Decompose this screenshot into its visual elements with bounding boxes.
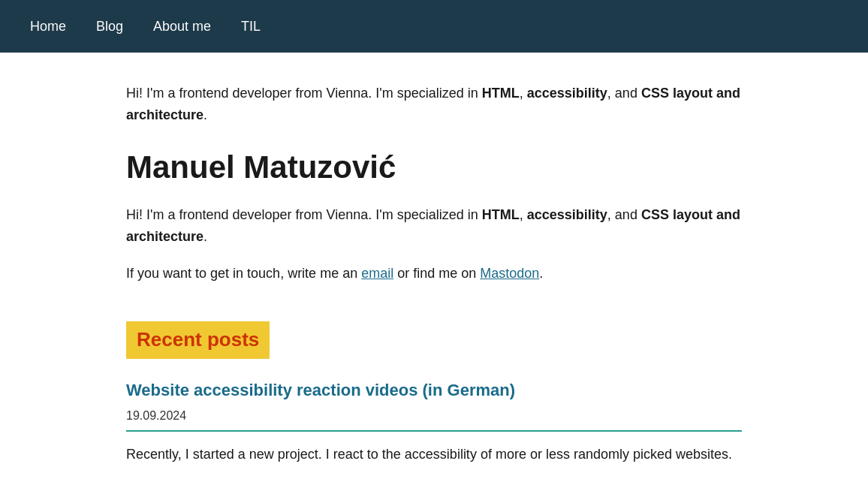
- intro-comma: ,: [520, 86, 527, 101]
- about-accessibility: accessibility: [527, 207, 607, 222]
- recent-posts-section: Recent posts Website accessibility react…: [126, 321, 742, 465]
- intro-text-before: Hi! I'm a frontend developer from Vienna…: [126, 86, 482, 101]
- contact-period: .: [539, 266, 543, 281]
- contact-paragraph: If you want to get in touch, write me an…: [126, 263, 742, 285]
- nav-home[interactable]: Home: [30, 16, 66, 38]
- intro-html: HTML: [482, 86, 520, 101]
- about-html: HTML: [482, 207, 520, 222]
- nav-til[interactable]: TIL: [241, 16, 261, 38]
- email-link[interactable]: email: [361, 266, 393, 281]
- main-content: Hi! I'm a frontend developer from Vienna…: [96, 53, 772, 465]
- intro-accessibility: accessibility: [527, 86, 607, 101]
- intro-period: .: [203, 107, 207, 122]
- post-title-link[interactable]: Website accessibility reaction videos (i…: [126, 377, 742, 403]
- intro-and: , and: [607, 86, 641, 101]
- main-nav: Home Blog About me TIL: [0, 0, 868, 53]
- recent-posts-heading: Recent posts: [126, 321, 270, 359]
- about-paragraph: Hi! I'm a frontend developer from Vienna…: [126, 204, 742, 248]
- author-name: Manuel Matuzović: [126, 149, 742, 186]
- about-text-before: Hi! I'm a frontend developer from Vienna…: [126, 207, 482, 222]
- about-and: , and: [607, 207, 641, 222]
- nav-blog[interactable]: Blog: [96, 16, 123, 38]
- post-item: Website accessibility reaction videos (i…: [126, 377, 742, 465]
- contact-text-middle: or find me on: [393, 266, 480, 281]
- about-period: .: [203, 229, 207, 244]
- about-comma: ,: [520, 207, 527, 222]
- post-excerpt: Recently, I started a new project. I rea…: [126, 444, 742, 465]
- intro-paragraph: Hi! I'm a frontend developer from Vienna…: [126, 83, 742, 126]
- post-divider: [126, 430, 742, 432]
- mastodon-link[interactable]: Mastodon: [480, 266, 539, 281]
- contact-text-before: If you want to get in touch, write me an: [126, 266, 361, 281]
- nav-about[interactable]: About me: [153, 16, 211, 38]
- post-date: 19.09.2024: [126, 406, 742, 426]
